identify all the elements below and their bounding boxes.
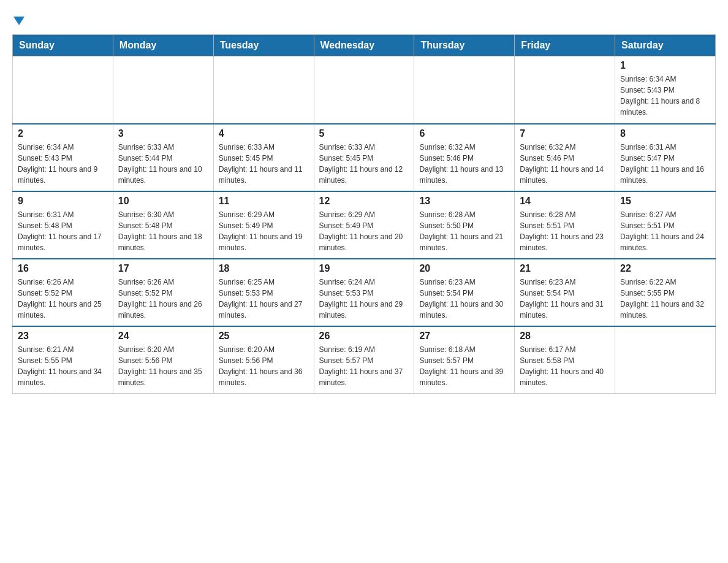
day-info: Sunrise: 6:29 AMSunset: 5:49 PMDaylight:… [319,209,409,253]
calendar-cell: 22Sunrise: 6:22 AMSunset: 5:55 PMDayligh… [615,259,716,326]
calendar-cell: 27Sunrise: 6:18 AMSunset: 5:57 PMDayligh… [414,326,515,394]
calendar-cell: 11Sunrise: 6:29 AMSunset: 5:49 PMDayligh… [213,191,314,259]
day-info: Sunrise: 6:33 AMSunset: 5:45 PMDaylight:… [319,142,409,186]
calendar-cell: 18Sunrise: 6:25 AMSunset: 5:53 PMDayligh… [213,259,314,326]
calendar-week-row: 9Sunrise: 6:31 AMSunset: 5:48 PMDaylight… [13,191,716,259]
day-info: Sunrise: 6:27 AMSunset: 5:51 PMDaylight:… [620,209,710,253]
day-number: 13 [419,196,509,207]
day-info: Sunrise: 6:33 AMSunset: 5:45 PMDaylight:… [219,142,309,186]
day-info: Sunrise: 6:17 AMSunset: 5:58 PMDaylight:… [520,344,610,388]
day-number: 24 [118,331,208,342]
day-info: Sunrise: 6:20 AMSunset: 5:56 PMDaylight:… [118,344,208,388]
logo-arrow-icon [13,12,25,32]
svg-marker-0 [13,17,25,25]
calendar-cell: 25Sunrise: 6:20 AMSunset: 5:56 PMDayligh… [213,326,314,394]
calendar-cell: 7Sunrise: 6:32 AMSunset: 5:46 PMDaylight… [515,124,615,191]
calendar-cell: 16Sunrise: 6:26 AMSunset: 5:52 PMDayligh… [13,259,113,326]
day-number: 14 [520,196,610,207]
day-info: Sunrise: 6:34 AMSunset: 5:43 PMDaylight:… [620,74,710,118]
day-info: Sunrise: 6:21 AMSunset: 5:55 PMDaylight:… [18,344,108,388]
day-number: 12 [319,196,409,207]
day-number: 22 [620,263,710,274]
calendar-header-thursday: Thursday [414,35,515,56]
calendar-cell: 3Sunrise: 6:33 AMSunset: 5:44 PMDaylight… [113,124,213,191]
day-number: 11 [219,196,309,207]
day-info: Sunrise: 6:26 AMSunset: 5:52 PMDaylight:… [18,277,108,321]
calendar-cell: 13Sunrise: 6:28 AMSunset: 5:50 PMDayligh… [414,191,515,259]
calendar-cell: 6Sunrise: 6:32 AMSunset: 5:46 PMDaylight… [414,124,515,191]
calendar-header-saturday: Saturday [615,35,716,56]
calendar-cell: 15Sunrise: 6:27 AMSunset: 5:51 PMDayligh… [615,191,716,259]
calendar-cell: 28Sunrise: 6:17 AMSunset: 5:58 PMDayligh… [515,326,615,394]
day-number: 7 [520,128,610,139]
calendar-cell: 4Sunrise: 6:33 AMSunset: 5:45 PMDaylight… [213,124,314,191]
calendar-cell [113,56,213,124]
day-info: Sunrise: 6:29 AMSunset: 5:49 PMDaylight:… [219,209,309,253]
day-info: Sunrise: 6:25 AMSunset: 5:53 PMDaylight:… [219,277,309,321]
day-info: Sunrise: 6:33 AMSunset: 5:44 PMDaylight:… [118,142,208,186]
day-number: 6 [419,128,509,139]
day-number: 4 [219,128,309,139]
calendar-cell: 2Sunrise: 6:34 AMSunset: 5:43 PMDaylight… [13,124,113,191]
calendar-week-row: 16Sunrise: 6:26 AMSunset: 5:52 PMDayligh… [13,259,716,326]
day-number: 9 [18,196,108,207]
calendar-cell [213,56,314,124]
calendar-cell: 24Sunrise: 6:20 AMSunset: 5:56 PMDayligh… [113,326,213,394]
day-number: 27 [419,331,509,342]
calendar-week-row: 23Sunrise: 6:21 AMSunset: 5:55 PMDayligh… [13,326,716,394]
day-info: Sunrise: 6:31 AMSunset: 5:48 PMDaylight:… [18,209,108,253]
day-info: Sunrise: 6:31 AMSunset: 5:47 PMDaylight:… [620,142,710,186]
day-number: 21 [520,263,610,274]
calendar-cell: 26Sunrise: 6:19 AMSunset: 5:57 PMDayligh… [314,326,414,394]
calendar-cell: 1Sunrise: 6:34 AMSunset: 5:43 PMDaylight… [615,56,716,124]
day-info: Sunrise: 6:32 AMSunset: 5:46 PMDaylight:… [419,142,509,186]
calendar-cell [515,56,615,124]
header [12,12,716,28]
day-info: Sunrise: 6:26 AMSunset: 5:52 PMDaylight:… [118,277,208,321]
day-info: Sunrise: 6:23 AMSunset: 5:54 PMDaylight:… [520,277,610,321]
calendar-header-friday: Friday [515,35,615,56]
calendar-cell: 9Sunrise: 6:31 AMSunset: 5:48 PMDaylight… [13,191,113,259]
day-info: Sunrise: 6:28 AMSunset: 5:51 PMDaylight:… [520,209,610,253]
logo [12,12,26,28]
day-info: Sunrise: 6:24 AMSunset: 5:53 PMDaylight:… [319,277,409,321]
day-info: Sunrise: 6:20 AMSunset: 5:56 PMDaylight:… [219,344,309,388]
day-number: 19 [319,263,409,274]
day-number: 2 [18,128,108,139]
day-number: 18 [219,263,309,274]
day-number: 23 [18,331,108,342]
calendar-cell: 8Sunrise: 6:31 AMSunset: 5:47 PMDaylight… [615,124,716,191]
calendar-cell: 19Sunrise: 6:24 AMSunset: 5:53 PMDayligh… [314,259,414,326]
calendar-cell [615,326,716,394]
day-number: 1 [620,60,710,71]
day-number: 17 [118,263,208,274]
day-info: Sunrise: 6:18 AMSunset: 5:57 PMDaylight:… [419,344,509,388]
calendar-header-monday: Monday [113,35,213,56]
day-number: 10 [118,196,208,207]
day-number: 5 [319,128,409,139]
day-info: Sunrise: 6:34 AMSunset: 5:43 PMDaylight:… [18,142,108,186]
calendar-cell [13,56,113,124]
calendar-header-wednesday: Wednesday [314,35,414,56]
day-info: Sunrise: 6:22 AMSunset: 5:55 PMDaylight:… [620,277,710,321]
calendar: SundayMondayTuesdayWednesdayThursdayFrid… [12,34,716,394]
day-info: Sunrise: 6:19 AMSunset: 5:57 PMDaylight:… [319,344,409,388]
calendar-week-row: 2Sunrise: 6:34 AMSunset: 5:43 PMDaylight… [13,124,716,191]
day-number: 28 [520,331,610,342]
day-number: 8 [620,128,710,139]
day-number: 26 [319,331,409,342]
day-info: Sunrise: 6:30 AMSunset: 5:48 PMDaylight:… [118,209,208,253]
day-number: 20 [419,263,509,274]
day-info: Sunrise: 6:23 AMSunset: 5:54 PMDaylight:… [419,277,509,321]
day-info: Sunrise: 6:28 AMSunset: 5:50 PMDaylight:… [419,209,509,253]
calendar-header-tuesday: Tuesday [213,35,314,56]
day-number: 3 [118,128,208,139]
calendar-cell: 21Sunrise: 6:23 AMSunset: 5:54 PMDayligh… [515,259,615,326]
calendar-cell: 12Sunrise: 6:29 AMSunset: 5:49 PMDayligh… [314,191,414,259]
day-number: 25 [219,331,309,342]
calendar-week-row: 1Sunrise: 6:34 AMSunset: 5:43 PMDaylight… [13,56,716,124]
day-info: Sunrise: 6:32 AMSunset: 5:46 PMDaylight:… [520,142,610,186]
calendar-cell [314,56,414,124]
calendar-cell: 23Sunrise: 6:21 AMSunset: 5:55 PMDayligh… [13,326,113,394]
calendar-cell [414,56,515,124]
